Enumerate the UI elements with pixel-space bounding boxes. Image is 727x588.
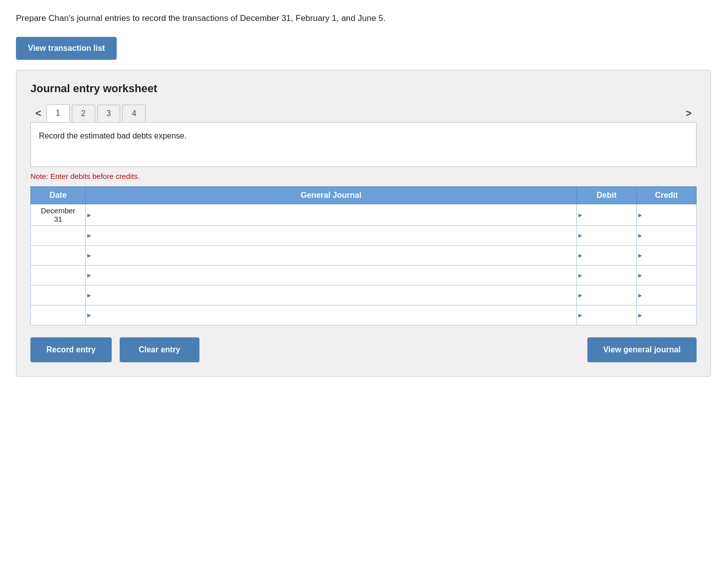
- credit-cell-5[interactable]: [637, 285, 697, 305]
- general-journal-cell-6[interactable]: [86, 305, 577, 325]
- tab-content-box: Record the estimated bad debts expense.: [30, 122, 697, 167]
- credit-cell-3[interactable]: [637, 245, 697, 265]
- credit-cell-6[interactable]: [637, 305, 697, 325]
- general-journal-input-5[interactable]: [86, 286, 576, 305]
- debit-cell-1[interactable]: [577, 204, 637, 225]
- credit-input-6[interactable]: [637, 305, 696, 325]
- date-cell-2: [31, 225, 86, 245]
- credit-input-4[interactable]: [637, 266, 696, 285]
- table-row: [31, 245, 697, 265]
- date-cell-5: [31, 285, 86, 305]
- credit-cell-2[interactable]: [637, 225, 697, 245]
- debit-input-2[interactable]: [577, 226, 636, 245]
- debit-input-6[interactable]: [577, 305, 636, 325]
- table-row: [31, 305, 697, 325]
- tabs-row: 1 2 3 4: [46, 104, 148, 122]
- header-debit: Debit: [577, 186, 637, 204]
- header-general-journal: General Journal: [86, 186, 577, 204]
- general-journal-cell-3[interactable]: [86, 245, 577, 265]
- debit-cell-4[interactable]: [577, 265, 637, 285]
- tab-1[interactable]: 1: [46, 104, 70, 122]
- journal-table: Date General Journal Debit Credit Decemb…: [30, 186, 697, 325]
- page-instruction: Prepare Chan's journal entries to record…: [16, 12, 711, 25]
- general-journal-input-2[interactable]: [86, 226, 576, 245]
- general-journal-cell-4[interactable]: [86, 265, 577, 285]
- table-row: [31, 285, 697, 305]
- debit-input-5[interactable]: [577, 286, 636, 305]
- debit-input-4[interactable]: [577, 266, 636, 285]
- credit-input-3[interactable]: [637, 246, 696, 265]
- view-general-journal-button[interactable]: View general journal: [587, 337, 697, 362]
- worksheet-container: Journal entry worksheet < 1 2 3 4 > Reco…: [16, 70, 711, 377]
- tab-3[interactable]: 3: [97, 105, 121, 122]
- tab-4[interactable]: 4: [122, 105, 146, 122]
- table-row: [31, 265, 697, 285]
- date-cell-6: [31, 305, 86, 325]
- general-journal-input-1[interactable]: [86, 204, 576, 225]
- general-journal-input-6[interactable]: [86, 305, 576, 325]
- date-cell-3: [31, 245, 86, 265]
- date-cell-1: December31: [31, 204, 86, 225]
- general-journal-input-4[interactable]: [86, 266, 576, 285]
- clear-entry-button[interactable]: Clear entry: [120, 337, 199, 362]
- general-journal-cell-2[interactable]: [86, 225, 577, 245]
- header-credit: Credit: [637, 186, 697, 204]
- prev-tab-arrow[interactable]: <: [30, 106, 46, 120]
- debit-cell-3[interactable]: [577, 245, 637, 265]
- record-entry-button[interactable]: Record entry: [30, 337, 112, 362]
- button-row: Record entry Clear entry View general jo…: [30, 337, 697, 362]
- note-text: Note: Enter debits before credits.: [30, 172, 697, 180]
- date-cell-4: [31, 265, 86, 285]
- debit-cell-2[interactable]: [577, 225, 637, 245]
- credit-input-2[interactable]: [637, 226, 696, 245]
- debit-cell-6[interactable]: [577, 305, 637, 325]
- debit-cell-5[interactable]: [577, 285, 637, 305]
- general-journal-input-3[interactable]: [86, 246, 576, 265]
- worksheet-title: Journal entry worksheet: [30, 82, 697, 95]
- header-date: Date: [31, 186, 86, 204]
- tab-2[interactable]: 2: [72, 105, 95, 122]
- general-journal-cell-5[interactable]: [86, 285, 577, 305]
- table-row: [31, 225, 697, 245]
- table-row: December31: [31, 204, 697, 225]
- credit-cell-4[interactable]: [637, 265, 697, 285]
- view-transaction-button[interactable]: View transaction list: [16, 37, 117, 60]
- tab-nav-wrapper: < 1 2 3 4 >: [30, 104, 697, 122]
- next-tab-arrow[interactable]: >: [681, 106, 697, 120]
- debit-input-1[interactable]: [577, 204, 636, 225]
- general-journal-cell-1[interactable]: [86, 204, 577, 225]
- credit-input-5[interactable]: [637, 286, 696, 305]
- credit-input-1[interactable]: [637, 204, 696, 225]
- credit-cell-1[interactable]: [637, 204, 697, 225]
- debit-input-3[interactable]: [577, 246, 636, 265]
